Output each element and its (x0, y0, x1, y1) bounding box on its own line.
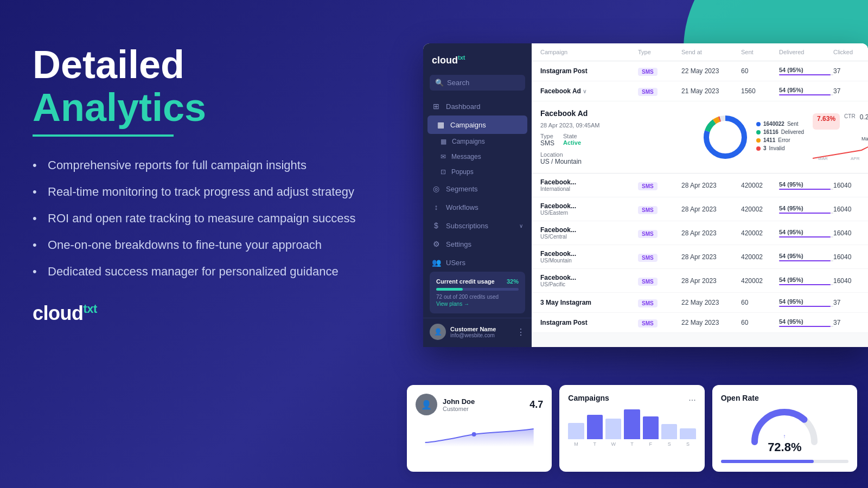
sms-badge: SMS (638, 206, 658, 214)
search-box[interactable]: 🔍 Search (430, 75, 525, 91)
sent: 420002 (741, 182, 779, 189)
table-row[interactable]: Facebook...US/Central SMS 28 Apr 2023 42… (532, 221, 868, 245)
delivered-pct: 54 (95%) (779, 229, 833, 235)
hero-title-line2: Analytics (33, 86, 206, 129)
bar-label-item: T (624, 441, 640, 447)
sidebar-item-subscriptions[interactable]: $ Subscriptions ∨ (423, 216, 532, 235)
right-panel: cloudtxt 🔍 Search ⊞ Dashboard ▦ Campaign… (423, 43, 868, 347)
campaign-name: 3 May Instagram (540, 299, 638, 306)
sidebar-item-users[interactable]: 👥 USers (423, 253, 532, 272)
type-label: Type (540, 133, 554, 139)
campaign-name: Instagram Post (540, 67, 638, 75)
view-plans-link[interactable]: View plans → (436, 301, 519, 307)
state-label: State (563, 133, 581, 139)
bar-label-item: S (661, 441, 677, 447)
hero-title-line1: Detailed (33, 43, 184, 86)
sidebar-item-settings[interactable]: ⚙ Settings (423, 235, 532, 253)
mini-line-chart: Mar 28 6.45% MAR APR MAY (813, 134, 868, 161)
search-placeholder: Search (447, 79, 469, 87)
user-email: info@wesbite.com (450, 332, 512, 338)
table-row[interactable]: Instagram Post SMS 22 May 2023 60 54 (95… (532, 61, 868, 81)
search-icon: 🔍 (435, 79, 444, 87)
user-card-role: Customer (443, 406, 475, 412)
hero-title: Detailed Analytics (33, 43, 369, 129)
stats-area: 7.63% CTR 0.20% UNSUB 90 Days Mar 28 6.4… (813, 109, 868, 165)
more-options-icon[interactable]: ··· (688, 395, 695, 405)
send-at: 28 Apr 2023 (681, 182, 741, 189)
gauge-bar-background (721, 460, 848, 463)
campaign-name: Facebook... (540, 226, 638, 234)
bar-item (605, 419, 621, 439)
sidebar-item-label: Campaigns (452, 138, 485, 145)
users-icon: 👥 (432, 258, 441, 267)
col-clicked: Clicked (833, 49, 868, 55)
open-rate-value: 72.8% (768, 440, 801, 454)
feature-item-5: Dedicated success manager for personaliz… (33, 262, 369, 280)
sidebar-subitem-campaigns[interactable]: ▦ Campaigns (423, 134, 532, 149)
state-val: Active (563, 139, 581, 146)
send-at: 28 Apr 2023 (681, 277, 741, 285)
table-row[interactable]: Instagram Post SMS 22 May 2023 60 54 (95… (532, 313, 868, 333)
table-row[interactable]: Facebook...US/Pacific SMS 28 Apr 2023 42… (532, 269, 868, 293)
user-info: Customer Name info@wesbite.com (450, 326, 512, 338)
user-card-rating: 4.7 (529, 399, 543, 410)
col-campaign: Campaign (540, 49, 638, 55)
sidebar-item-label: Messages (451, 153, 481, 160)
feature-item-4: One-on-one breakdowns to fine-tune your … (33, 236, 369, 254)
feature-list: Comprehensive reports for full campaign … (33, 156, 369, 280)
campaign-name: Facebook... (540, 178, 638, 186)
table-row[interactable]: Facebook...International SMS 28 Apr 2023… (532, 174, 868, 197)
table-row[interactable]: Facebook...US/Eastern SMS 28 Apr 2023 42… (532, 197, 868, 221)
sidebar-subitem-messages[interactable]: ✉ Messages (423, 149, 532, 164)
open-rate-title: Open Rate (721, 394, 848, 402)
bottom-cards: 👤 John Doe Customer 4.7 Campaigns ··· (407, 385, 857, 472)
sent: 60 (741, 67, 779, 75)
clicked: 37 (833, 67, 868, 75)
bar-label-item: F (643, 441, 659, 447)
send-at: 28 Apr 2023 (681, 206, 741, 213)
sent: 420002 (741, 277, 779, 285)
messages-icon: ✉ (441, 153, 446, 160)
bar-item (661, 424, 677, 439)
campaign-name: Facebook... (540, 250, 638, 258)
donut-legend: 1640022 Sent 16116 Delivered 1411 Error … (756, 121, 804, 153)
sidebar-item-label: Campaigns (450, 121, 486, 129)
delivered-pct: 54 (95%) (779, 298, 833, 305)
delivered-pct: 54 (95%) (779, 253, 833, 259)
sidebar-item-label: USers (446, 259, 465, 267)
subscriptions-icon: $ (432, 221, 441, 230)
sidebar-subitem-popups[interactable]: ⊡ Popups (423, 164, 532, 179)
dashboard-icon: ⊞ (432, 102, 441, 111)
table-row[interactable]: 3 May Instagram SMS 22 May 2023 60 54 (9… (532, 293, 868, 313)
expanded-info: Facebook Ad 28 Apr 2023, 09:45AM Type SM… (540, 109, 692, 165)
delivered-pct: 54 (95%) (779, 181, 833, 188)
sidebar-item-workflows[interactable]: ↕ Workflows (423, 198, 532, 216)
svg-text:↑: ↑ (783, 433, 786, 439)
sidebar-item-campaigns-active[interactable]: ▦ Campaigns (427, 115, 527, 134)
sidebar-item-segments[interactable]: ◎ Segments (423, 179, 532, 198)
table-row[interactable]: Facebook Ad ∨ SMS 21 May 2023 1560 54 (9… (532, 81, 868, 101)
send-at: 28 Apr 2023 (681, 253, 741, 261)
user-card-header: 👤 John Doe Customer 4.7 (416, 394, 543, 415)
credit-label: Current credit usage (436, 278, 495, 285)
campaigns-card-header: Campaigns ··· (568, 394, 695, 407)
location-val: US / Mountain (540, 158, 582, 165)
user-card-name: John Doe (443, 397, 475, 406)
clicked: 16040 (833, 229, 868, 237)
avatar: 👤 (430, 324, 446, 340)
campaigns-card-title: Campaigns (568, 394, 609, 402)
sidebar-item-label: Settings (446, 240, 471, 248)
feature-item-3: ROI and open rate tracking to measure ca… (33, 209, 369, 227)
clicked: 16040 (833, 182, 868, 189)
table-row[interactable]: Facebook...US/Mountain SMS 28 Apr 2023 4… (532, 245, 868, 269)
sidebar-item-dashboard[interactable]: ⊞ Dashboard (423, 97, 532, 115)
bar-label-item: W (605, 441, 621, 447)
sms-badge: SMS (638, 278, 658, 286)
exp-campaign-title: Facebook Ad (540, 109, 692, 118)
user-menu-icon[interactable]: ⋮ (516, 327, 525, 337)
feature-item-1: Comprehensive reports for full campaign … (33, 156, 369, 174)
title-underline (33, 134, 174, 137)
expanded-campaign-row: Facebook Ad 28 Apr 2023, 09:45AM Type SM… (532, 101, 868, 174)
svg-text:MAR: MAR (818, 156, 828, 161)
ctr-badge: 7.63% (813, 113, 840, 130)
